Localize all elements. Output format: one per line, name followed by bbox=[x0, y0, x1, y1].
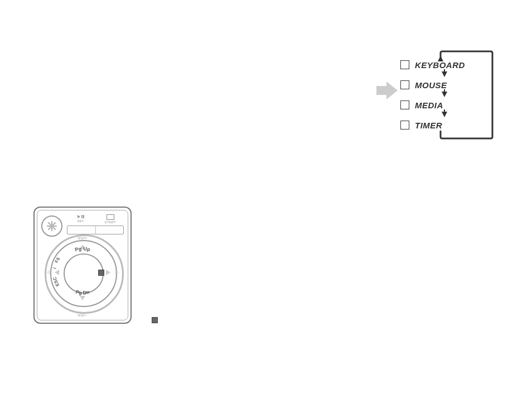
stop-icon bbox=[107, 214, 114, 220]
svg-rect-8 bbox=[81, 215, 83, 218]
svg-text:Pg Up: Pg Up bbox=[74, 246, 91, 252]
led-caption: START bbox=[104, 221, 116, 224]
mode-label: MOUSE bbox=[415, 80, 447, 90]
down-arrow-icon bbox=[442, 71, 447, 77]
remote-illustration: SET START Vol+ bbox=[33, 207, 132, 324]
mode-list: KEYBOARD MOUSE MEDIA TIMER bbox=[400, 56, 465, 136]
mode-checkbox-media bbox=[400, 100, 409, 109]
led-set: SET bbox=[67, 214, 94, 224]
svg-marker-0 bbox=[376, 82, 398, 99]
dial-left-label-a: ESC bbox=[52, 276, 60, 287]
step-arrow-icon bbox=[376, 80, 399, 100]
svg-marker-7 bbox=[78, 215, 80, 218]
led-indicator-row: SET START bbox=[67, 214, 124, 224]
mode-item-mouse: MOUSE bbox=[400, 76, 465, 94]
svg-rect-9 bbox=[83, 215, 84, 218]
mode-label: KEYBOARD bbox=[415, 60, 465, 70]
dial-text-icon: Pg Up Pg Dn ESC / F5 bbox=[49, 239, 116, 306]
dial-left-label-b: F5 bbox=[54, 256, 61, 263]
mode-label: MEDIA bbox=[415, 100, 443, 110]
led-caption: SET bbox=[77, 219, 84, 223]
mode-checkbox-timer bbox=[400, 121, 409, 130]
mode-label: TIMER bbox=[415, 121, 442, 130]
mode-checkbox-mouse bbox=[400, 80, 409, 89]
mode-item-timer: TIMER bbox=[400, 116, 465, 134]
mode-switch-icon bbox=[67, 226, 124, 234]
svg-point-6 bbox=[50, 224, 54, 228]
vol-down-label: Vol− bbox=[78, 313, 88, 318]
stop-icon bbox=[152, 317, 158, 323]
led-start: START bbox=[96, 214, 124, 224]
svg-text:/: / bbox=[52, 267, 57, 269]
mode-item-keyboard: KEYBOARD bbox=[400, 56, 465, 74]
mode-item-media: MEDIA bbox=[400, 96, 465, 114]
down-arrow-icon bbox=[442, 92, 447, 97]
down-arrow-icon bbox=[442, 112, 447, 117]
svg-text:Pg Dn: Pg Dn bbox=[75, 289, 90, 296]
starburst-icon bbox=[46, 221, 57, 232]
mode-checkbox-keyboard bbox=[400, 60, 409, 69]
dial-top-label: Pg Up bbox=[74, 246, 91, 252]
dial-bottom-label: Pg Dn bbox=[75, 289, 90, 296]
laser-button-icon bbox=[41, 215, 62, 237]
svg-text:ESC: ESC bbox=[52, 276, 60, 287]
play-pause-icon bbox=[77, 214, 85, 219]
svg-text:F5: F5 bbox=[54, 256, 61, 263]
